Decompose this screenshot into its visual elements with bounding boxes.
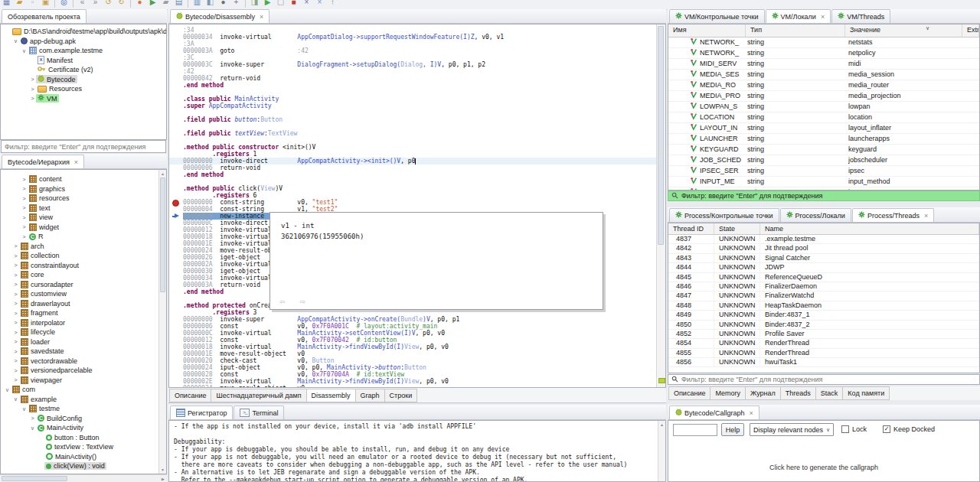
expand-icon[interactable]: > (12, 359, 19, 363)
close-icon[interactable]: × (260, 13, 263, 21)
tab-Строки[interactable]: Строки (385, 389, 418, 402)
tab-Process/Threads[interactable]: Process/Threads× (852, 208, 934, 222)
tree-item[interactable]: D:\BAS\android\testme\app\build\outputs\… (1, 27, 166, 37)
globe-icon[interactable]: ◎ (57, 0, 70, 8)
code-line[interactable]: .method public constructor <init>()V (169, 144, 656, 151)
tab-project-explorer[interactable]: Обозреватель проекта (2, 9, 87, 23)
tree-item[interactable]: >interpolator (1, 318, 166, 328)
expand-icon[interactable]: > (12, 301, 19, 306)
expand-icon[interactable]: > (12, 272, 19, 277)
col-type[interactable]: Тип (746, 24, 845, 37)
code-line[interactable]: .field public button:Button (169, 116, 656, 123)
tab-Process/Контрольные точки[interactable]: Process/Контрольные точки (669, 208, 779, 222)
table-row[interactable]: 4852UNKNOWNProfile Saver (668, 330, 979, 339)
tree-item[interactable]: >text (1, 204, 166, 213)
tab-Memory[interactable]: Memory (710, 386, 746, 400)
tree-item[interactable]: vtestme (1, 404, 166, 414)
code-line[interactable]: 0000003A goto :42 (169, 47, 656, 54)
tree-item[interactable]: XManifest (1, 56, 166, 66)
code-line[interactable]: 00000042 return-void (169, 75, 656, 82)
expand-icon[interactable]: > (21, 225, 28, 230)
table-row[interactable]: 4854UNKNOWNRenderThread (668, 339, 979, 348)
tree-item[interactable]: >content (1, 174, 166, 184)
checkbox-unchecked[interactable] (841, 425, 849, 433)
col-name[interactable]: Имя (668, 24, 746, 37)
tree-item[interactable]: >view (1, 213, 166, 223)
code-line[interactable]: 00000012 const v0, 0x7F070042 # id:butto… (169, 337, 656, 344)
tree-item[interactable]: >CR (1, 232, 166, 242)
callgraph-search-input[interactable] (673, 424, 717, 436)
code-line[interactable]: :3C (169, 54, 656, 61)
tree-item[interactable]: >cursoradapter (1, 280, 166, 290)
tab-Stack[interactable]: Stack (816, 386, 844, 400)
table-row[interactable]: 4850UNKNOWNBinder:4837_2 (668, 321, 979, 330)
close-icon[interactable]: × (821, 13, 825, 21)
lock-checkbox[interactable]: Lock (841, 425, 867, 433)
expand-icon[interactable]: > (12, 378, 19, 383)
step-out-icon[interactable]: ↑ (326, 0, 339, 8)
tree-item[interactable]: textView : TextView (1, 442, 166, 452)
tab-Шестнадцатеричный дамп[interactable]: Шестнадцатеричный дамп (211, 389, 306, 402)
code-line[interactable]: .class public MainActivity (169, 96, 656, 103)
attach-icon[interactable]: ◨ (248, 0, 261, 8)
display-mode-dropdown[interactable]: Display relevant nodes ∨ (750, 423, 834, 436)
tree-item[interactable]: vapp-debug.apk (1, 37, 166, 47)
code-line[interactable]: 0000001E move-result-object v0 (169, 350, 656, 357)
process-filter-input[interactable]: Фильтр: введите "Enter" для подтверждени… (668, 374, 980, 385)
tree-item[interactable]: >collection (1, 251, 166, 261)
table-row[interactable]: LAYOUT_INstringlayout_inflater (668, 123, 979, 134)
tab-logger[interactable]: Регистратор (170, 405, 233, 419)
code-line[interactable]: 00000000 const-string v0, "test1" (169, 199, 656, 206)
table-row[interactable]: INPUT_MEstringinput_method (668, 177, 979, 187)
close-icon[interactable]: × (750, 409, 753, 417)
code-line[interactable]: :34 (169, 27, 656, 34)
code-line[interactable] (169, 137, 656, 144)
expand-icon[interactable]: > (21, 196, 28, 200)
pause-icon[interactable]: ▢ (274, 0, 287, 8)
table-row[interactable]: MEDIA_ROstringmedia_router (668, 80, 979, 91)
tree-item[interactable]: >CBuildConfig (1, 414, 166, 424)
collapse-icon[interactable]: v (21, 406, 28, 411)
tree-item[interactable]: >constraintlayout (1, 261, 166, 271)
code-line[interactable]: 00000006 const v0, 0x7F0A001C # layout:a… (169, 323, 656, 330)
scroll-right-icon[interactable]: ▶ (160, 477, 166, 481)
table-row[interactable]: MEDIA_SESstringmedia_session (668, 70, 979, 80)
code-line[interactable]: .end method (169, 82, 656, 89)
expand-icon[interactable]: > (21, 177, 28, 181)
tree-item[interactable]: >arch (1, 242, 166, 252)
tree-item[interactable]: >Resources (1, 84, 166, 94)
expand-icon[interactable]: > (12, 263, 19, 268)
scroll-up-icon[interactable]: ▲ (159, 171, 166, 176)
code-line[interactable]: 00000018 invoke-virtual MainActivity->fi… (169, 344, 656, 350)
code-line[interactable]: .method public click(View)V (169, 185, 656, 192)
table-row[interactable]: MIDI_SERVstringmidi (668, 59, 979, 70)
breakpoint-icon[interactable]: ● (133, 0, 146, 8)
code-line[interactable]: .registers 1 (169, 151, 656, 158)
tree-item[interactable]: vcom.example.testme (1, 46, 166, 56)
table-row[interactable]: LOWPAN_Sstringlowpan (668, 102, 979, 112)
save-icon[interactable]: ▣ (39, 0, 52, 8)
copy-icon[interactable]: ▫ (26, 0, 39, 8)
tab-Код памяти[interactable]: Код памяти (843, 386, 890, 400)
tab-VM/Контрольные точки[interactable]: VM/Контрольные точки (669, 9, 765, 23)
debug-run-icon[interactable]: ▶ (261, 0, 274, 8)
expand-icon[interactable]: > (21, 234, 28, 239)
table-row[interactable]: JOB_SCHEDstringjobscheduler (668, 155, 979, 166)
col-state[interactable]: State (714, 223, 760, 234)
callgraph-panel[interactable]: Help Display relevant nodes ∨ Lock ✓ Kee… (668, 420, 980, 482)
tab-Process/Локали[interactable]: Process/Локали (780, 208, 851, 222)
log-vscrollbar[interactable]: ▲ (658, 421, 665, 481)
expand-icon[interactable]: > (12, 282, 19, 287)
disassembly-editor[interactable]: :3400000034 invoke-virtual AppCompatDial… (168, 24, 666, 388)
tree-item[interactable]: >lifecycle (1, 327, 166, 337)
expand-icon[interactable]: > (12, 340, 19, 344)
redo-icon[interactable]: ↻ (115, 0, 128, 8)
open-icon[interactable]: ▦ (0, 0, 13, 8)
table-row[interactable]: 4843UNKNOWNSignal Catcher (668, 254, 979, 263)
code-line[interactable]: .registers 6 (169, 192, 656, 199)
expand-icon[interactable]: > (21, 187, 28, 191)
expand-icon[interactable]: > (12, 244, 19, 249)
logger-panel[interactable]: - If the app is not installed on your de… (168, 420, 666, 482)
tree-item[interactable]: vCMainActivity (1, 423, 166, 433)
table-row[interactable]: 4849UNKNOWNBinder:4837_1 (668, 311, 979, 320)
